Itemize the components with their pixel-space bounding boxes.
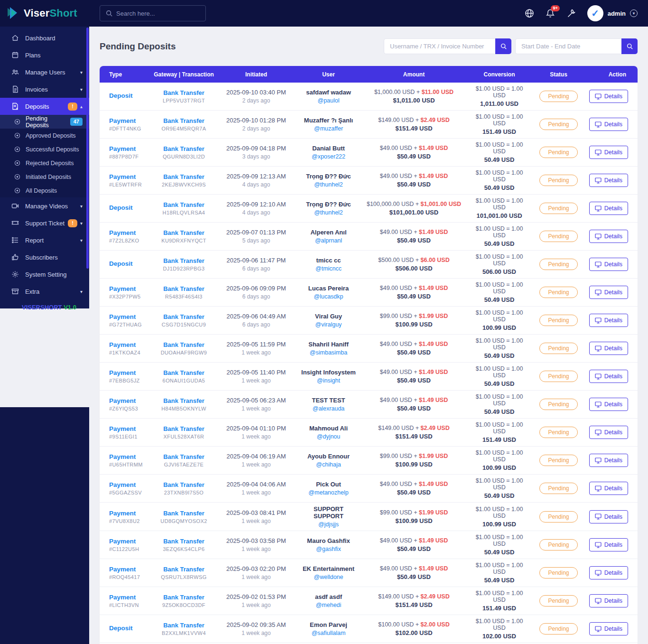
details-button[interactable]: Details xyxy=(589,398,628,411)
deposit-type-link[interactable]: Payment xyxy=(109,369,150,376)
details-button[interactable]: Details xyxy=(589,482,628,495)
deposit-type-link[interactable]: Payment xyxy=(109,313,150,320)
deposit-type-link[interactable]: Deposit xyxy=(109,625,150,632)
gateway-link[interactable]: Bank Transfer xyxy=(154,510,214,517)
deposit-type-link[interactable]: Payment xyxy=(109,481,150,488)
user-handle-link[interactable]: @tmicncc xyxy=(298,265,359,272)
sidebar-item-pending-deposits[interactable]: Pending Deposits 47 xyxy=(0,115,89,129)
user-handle-link[interactable]: @xposer222 xyxy=(298,153,359,160)
details-button[interactable]: Details xyxy=(589,202,628,215)
details-button[interactable]: Details xyxy=(589,258,628,271)
sidebar-item-manage-videos[interactable]: Manage Videos ▾ xyxy=(0,197,89,215)
deposit-type-link[interactable]: Payment xyxy=(109,173,150,180)
gateway-link[interactable]: Bank Transfer xyxy=(154,397,214,404)
user-handle-link[interactable]: @alprnanl xyxy=(298,237,359,244)
global-search[interactable] xyxy=(100,5,206,21)
gateway-link[interactable]: Bank Transfer xyxy=(154,229,214,236)
details-button[interactable]: Details xyxy=(589,286,628,299)
sidebar-item-initiated-deposits[interactable]: Initiated Deposits xyxy=(0,170,89,184)
gateway-link[interactable]: Bank Transfer xyxy=(154,285,214,292)
search-submit-button[interactable] xyxy=(495,38,511,54)
deposit-type-link[interactable]: Payment xyxy=(109,510,150,517)
details-button[interactable]: Details xyxy=(589,230,628,243)
user-handle-link[interactable]: @chihaja xyxy=(298,461,359,468)
gateway-link[interactable]: Bank Transfer xyxy=(154,257,214,264)
date-search-button[interactable] xyxy=(621,38,638,54)
gateway-link[interactable]: Bank Transfer xyxy=(154,313,214,320)
details-button[interactable]: Details xyxy=(589,146,628,159)
user-handle-link[interactable]: @lucasdkp xyxy=(298,293,359,300)
deposit-type-link[interactable]: Deposit xyxy=(109,92,150,99)
language-globe-icon[interactable] xyxy=(525,9,534,18)
user-handle-link[interactable]: @insight xyxy=(298,377,359,384)
sidebar-item-all-deposits[interactable]: All Deposits xyxy=(0,184,89,197)
deposit-type-link[interactable]: Payment xyxy=(109,229,150,236)
sidebar-item-deposits[interactable]: Deposits ! ▴ xyxy=(0,98,89,115)
details-button[interactable]: Details xyxy=(589,454,628,467)
gateway-link[interactable]: Bank Transfer xyxy=(154,89,214,96)
details-button[interactable]: Details xyxy=(589,510,628,523)
sidebar-item-subscribers[interactable]: Subscribers xyxy=(0,249,89,266)
user-handle-link[interactable]: @alexrauda xyxy=(298,405,359,412)
sidebar-item-support-ticket[interactable]: Support Ticket ! ▾ xyxy=(0,215,89,232)
deposit-type-link[interactable]: Payment xyxy=(109,341,150,348)
user-handle-link[interactable]: @jdjsjjs xyxy=(298,521,359,528)
date-range-input[interactable] xyxy=(515,38,621,54)
sidebar-item-approved-deposits[interactable]: Approved Deposits xyxy=(0,129,89,142)
details-button[interactable]: Details xyxy=(589,622,628,635)
details-button[interactable]: Details xyxy=(589,566,628,579)
gateway-link[interactable]: Bank Transfer xyxy=(154,201,214,208)
sidebar-item-report[interactable]: Report ▾ xyxy=(0,232,89,249)
gateway-link[interactable]: Bank Transfer xyxy=(154,173,214,180)
details-button[interactable]: Details xyxy=(589,174,628,187)
deposit-type-link[interactable]: Payment xyxy=(109,453,150,460)
gateway-link[interactable]: Bank Transfer xyxy=(154,145,214,152)
gateway-link[interactable]: Bank Transfer xyxy=(154,117,214,124)
deposit-type-link[interactable]: Payment xyxy=(109,538,150,545)
details-button[interactable]: Details xyxy=(589,538,628,551)
admin-profile-menu[interactable]: ✓ admin ▾ xyxy=(587,5,638,21)
deposit-type-link[interactable]: Payment xyxy=(109,397,150,404)
user-handle-link[interactable]: @metanozhelp xyxy=(298,489,359,496)
global-search-input[interactable] xyxy=(116,10,192,17)
details-button[interactable]: Details xyxy=(589,594,628,607)
sidebar-item-extra[interactable]: Extra ▾ xyxy=(0,283,89,300)
deposit-type-link[interactable]: Payment xyxy=(109,145,150,152)
notifications-bell-icon[interactable]: 9+ xyxy=(546,9,555,18)
user-handle-link[interactable]: @welldone xyxy=(298,574,359,580)
gateway-link[interactable]: Bank Transfer xyxy=(154,453,214,460)
deposit-type-link[interactable]: Payment xyxy=(109,117,150,124)
settings-wrench-icon[interactable] xyxy=(566,9,576,18)
details-button[interactable]: Details xyxy=(589,90,628,103)
user-handle-link[interactable]: @thunhel2 xyxy=(298,209,359,216)
gateway-link[interactable]: Bank Transfer xyxy=(154,481,214,488)
deposit-type-link[interactable]: Payment xyxy=(109,566,150,573)
sidebar-item-system-setting[interactable]: System Setting xyxy=(0,266,89,283)
user-handle-link[interactable]: @muzaffer xyxy=(298,125,359,132)
gateway-link[interactable]: Bank Transfer xyxy=(154,566,214,573)
user-handle-link[interactable]: @safiullalam xyxy=(298,630,359,636)
sidebar-item-rejected-deposits[interactable]: Rejected Deposits xyxy=(0,156,89,170)
details-button[interactable]: Details xyxy=(589,118,628,131)
username-trx-search-input[interactable] xyxy=(384,38,495,54)
user-handle-link[interactable]: @mehedi xyxy=(298,602,359,608)
user-handle-link[interactable]: @viralguy xyxy=(298,321,359,328)
sidebar-item-invoices[interactable]: Invoices ▾ xyxy=(0,81,89,98)
gateway-link[interactable]: Bank Transfer xyxy=(154,369,214,376)
gateway-link[interactable]: Bank Transfer xyxy=(154,425,214,432)
details-button[interactable]: Details xyxy=(589,426,628,439)
gateway-link[interactable]: Bank Transfer xyxy=(154,341,214,348)
deposit-type-link[interactable]: Payment xyxy=(109,285,150,292)
sidebar-item-plans[interactable]: Plans xyxy=(0,47,89,64)
sidebar-item-successful-deposits[interactable]: Successful Deposits xyxy=(0,142,89,156)
user-handle-link[interactable]: @simbasimba xyxy=(298,349,359,356)
sidebar-item-dashboard[interactable]: Dashboard xyxy=(0,29,89,47)
deposit-type-link[interactable]: Payment xyxy=(109,594,150,601)
gateway-link[interactable]: Bank Transfer xyxy=(154,538,214,545)
details-button[interactable]: Details xyxy=(589,370,628,383)
brand-logo[interactable]: ViserShort xyxy=(0,6,89,20)
user-handle-link[interactable]: @thunhel2 xyxy=(298,181,359,188)
deposit-type-link[interactable]: Deposit xyxy=(109,260,150,267)
user-handle-link[interactable]: @gashfix xyxy=(298,546,359,552)
deposit-type-link[interactable]: Payment xyxy=(109,425,150,432)
